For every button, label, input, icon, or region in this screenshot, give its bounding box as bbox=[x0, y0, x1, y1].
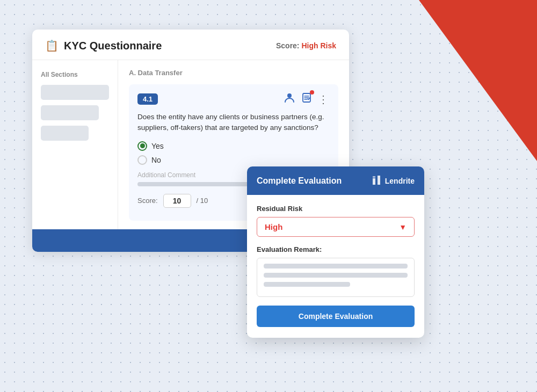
eval-modal-title: Complete Evaluation bbox=[257, 176, 342, 186]
kyc-title-icon: 📋 bbox=[45, 39, 59, 52]
chevron-down-icon: ▼ bbox=[399, 223, 407, 231]
score-max: / 10 bbox=[197, 197, 208, 205]
eval-modal-body: Residual Risk High ▼ Evaluation Remark: … bbox=[247, 195, 424, 338]
red-corner-decoration bbox=[419, 0, 537, 161]
radio-group: Yes No bbox=[137, 141, 330, 165]
sidebar-item[interactable] bbox=[41, 105, 99, 120]
lendrite-building-icon bbox=[371, 174, 382, 187]
kyc-card-title: KYC Questionnaire bbox=[64, 40, 162, 52]
remark-placeholder-line-1 bbox=[264, 264, 408, 268]
evaluation-remark-textarea[interactable] bbox=[257, 258, 415, 297]
complete-evaluation-modal: Complete Evaluation Lendrite Residual Ri… bbox=[247, 166, 424, 338]
sidebar-title: All Sections bbox=[41, 71, 109, 78]
svg-rect-2 bbox=[373, 178, 375, 185]
kyc-sidebar: All Sections bbox=[32, 60, 118, 229]
question-text: Does the entity have any clients or busi… bbox=[137, 112, 330, 134]
evaluation-remark-label: Evaluation Remark: bbox=[257, 245, 415, 253]
residual-risk-value: High bbox=[265, 222, 282, 231]
remark-placeholder-line-2 bbox=[264, 273, 408, 278]
radio-option-yes[interactable]: Yes bbox=[137, 141, 330, 151]
radio-yes-label: Yes bbox=[151, 142, 164, 150]
svg-point-0 bbox=[287, 93, 292, 98]
svg-rect-4 bbox=[373, 176, 375, 178]
radio-yes-circle[interactable] bbox=[137, 141, 147, 151]
sidebar-item[interactable] bbox=[41, 85, 109, 100]
radio-no-circle[interactable] bbox=[137, 155, 147, 165]
score-input[interactable] bbox=[163, 194, 191, 208]
residual-risk-label: Residual Risk bbox=[257, 205, 415, 213]
more-options-icon[interactable]: ⋮ bbox=[318, 93, 330, 106]
kyc-title-row: 📋 KYC Questionnaire bbox=[45, 39, 162, 52]
lendrite-brand: Lendrite bbox=[371, 174, 415, 187]
question-header: 4.1 bbox=[137, 92, 330, 106]
kyc-card-header: 📋 KYC Questionnaire Score: High Risk bbox=[32, 30, 349, 60]
question-number: 4.1 bbox=[137, 93, 158, 105]
sidebar-item[interactable] bbox=[41, 126, 89, 141]
radio-option-no[interactable]: No bbox=[137, 155, 330, 165]
complete-evaluation-button-modal[interactable]: Complete Evaluation bbox=[257, 306, 415, 327]
remark-placeholder-line-3 bbox=[264, 282, 350, 287]
radio-no-label: No bbox=[151, 156, 161, 164]
person-icon[interactable] bbox=[284, 92, 295, 106]
lendrite-brand-name: Lendrite bbox=[385, 177, 415, 185]
question-icons: ⋮ bbox=[284, 92, 330, 106]
residual-risk-select[interactable]: High ▼ bbox=[257, 217, 415, 237]
section-title: A. Data Transfer bbox=[129, 69, 338, 77]
task-check-icon[interactable] bbox=[301, 92, 313, 106]
svg-rect-3 bbox=[378, 176, 380, 185]
eval-modal-header: Complete Evaluation Lendrite bbox=[247, 166, 424, 195]
score-label: Score: bbox=[137, 197, 158, 205]
kyc-score-display: Score: High Risk bbox=[276, 41, 336, 50]
